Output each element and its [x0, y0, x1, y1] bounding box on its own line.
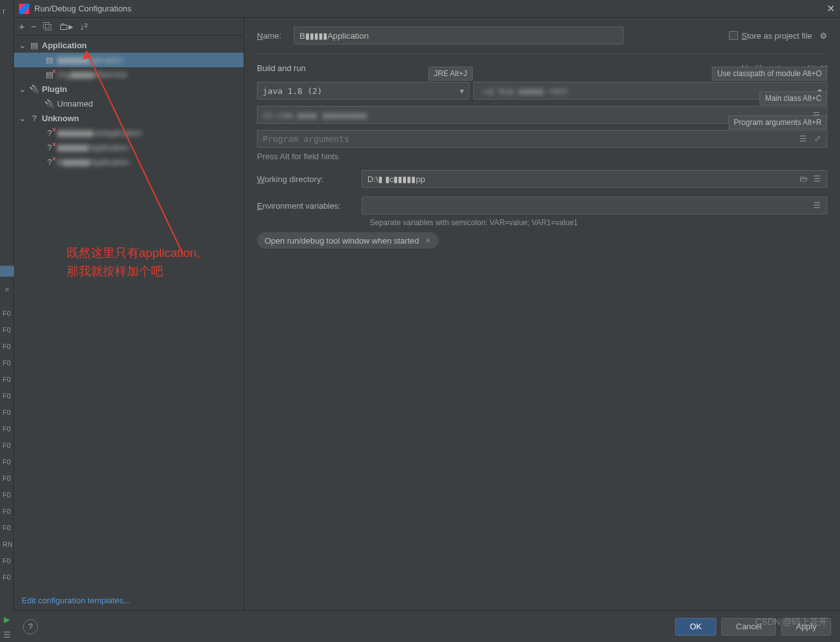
- edit-templates-link[interactable]: Edit configuration templates...: [14, 591, 244, 610]
- annotation-arrow: [81, 51, 189, 260]
- gutter-marker: RN: [3, 540, 13, 548]
- gear-icon[interactable]: ⚙: [820, 31, 827, 41]
- alt-hint: Press Alt for field hints: [257, 152, 827, 161]
- unknown-group-icon: ?: [29, 114, 39, 124]
- env-vars-label: Environment variables:: [257, 201, 362, 211]
- mainclass-hint-chip: Main class Alt+C: [759, 91, 827, 105]
- list-icon[interactable]: ☰: [812, 200, 822, 210]
- tool-window-arrow-icon: »: [0, 284, 14, 294]
- sort-config-icon[interactable]: ↓²: [80, 21, 88, 32]
- expand-icon[interactable]: ⤢: [812, 133, 822, 143]
- sidebar-toolbar: + − ⿻ 🗀▸ ↓²: [14, 18, 244, 36]
- gutter-marker: F0: [3, 359, 11, 367]
- caret-down-icon: ▼: [460, 88, 464, 95]
- remove-config-icon[interactable]: −: [31, 21, 37, 32]
- dialog-titlebar: Run/Debug Configurations ✕: [14, 0, 840, 18]
- name-label: Name:: [257, 31, 294, 41]
- svg-line-0: [86, 51, 183, 254]
- annotation-text: 既然这里只有application,那我就按样加个吧: [67, 244, 200, 280]
- intellij-logo-icon: [19, 4, 29, 14]
- jre-select[interactable]: java 1.8 (2)▼: [257, 82, 469, 100]
- list-icon[interactable]: ☰: [812, 173, 822, 183]
- plugin-group-icon: 🔌: [29, 84, 39, 95]
- progargs-hint-chip: Program arguments Alt+R: [728, 115, 827, 129]
- application-group-icon: ▤: [29, 41, 39, 51]
- build-run-header: Build and run: [257, 63, 306, 73]
- gutter-marker: F0: [3, 310, 11, 317]
- copy-config-icon[interactable]: ⿻: [43, 21, 53, 32]
- name-input[interactable]: [294, 27, 624, 44]
- jre-hint-chip: JRE Alt+J: [428, 67, 473, 81]
- dialog-title: Run/Debug Configurations: [34, 4, 131, 13]
- unknown-icon: ?: [44, 157, 55, 167]
- remove-tag-icon[interactable]: ×: [426, 235, 431, 246]
- gutter-marker: F0: [3, 425, 11, 433]
- application-icon: ▤: [44, 55, 55, 65]
- gutter-marker: F0: [3, 524, 11, 532]
- gutter-marker: F0: [3, 442, 11, 449]
- gutter-marker: F0: [3, 557, 11, 565]
- gutter-marker: F0: [3, 409, 11, 416]
- gutter-marker: F0: [3, 392, 11, 400]
- ok-button[interactable]: OK: [675, 618, 716, 636]
- gutter-marker: F0: [3, 343, 11, 350]
- close-icon[interactable]: ✕: [827, 3, 835, 15]
- gutter-marker: F0: [3, 491, 11, 499]
- gutter-marker: F0: [3, 475, 11, 482]
- run-icon[interactable]: ▶: [4, 615, 10, 624]
- csdn-watermark: CSDN @码上花开: [755, 617, 827, 628]
- plugin-icon: 🔌: [44, 99, 55, 109]
- working-dir-label: Working directory:: [257, 174, 362, 184]
- application-error-icon: ▤: [44, 70, 55, 80]
- dialog-footer: ? OK Cancel Apply: [14, 610, 840, 642]
- working-dir-input[interactable]: [362, 170, 827, 188]
- env-vars-hint: Separate variables with semicolon: VAR=v…: [370, 218, 827, 227]
- folder-config-icon[interactable]: 🗀▸: [59, 21, 74, 32]
- browse-icon[interactable]: 🗁: [798, 173, 808, 183]
- unknown-icon: ?: [44, 128, 55, 138]
- gutter-marker: F0: [3, 508, 11, 515]
- config-form: Name: Store as project file ⚙ Build and …: [244, 18, 840, 610]
- gutter-marker: F0: [3, 458, 11, 466]
- env-vars-input[interactable]: [362, 197, 827, 214]
- list-icon[interactable]: ☰: [798, 133, 808, 143]
- gutter-marker: F0: [3, 326, 11, 334]
- chevron-down-icon: ⌄: [19, 84, 27, 94]
- todo-icon[interactable]: ☰: [3, 630, 11, 639]
- gutter-marker: F0: [3, 573, 11, 581]
- open-tool-window-tag[interactable]: Open run/debug tool window when started …: [257, 232, 438, 249]
- program-arguments-input[interactable]: [257, 130, 827, 148]
- chevron-down-icon: ⌄: [19, 41, 27, 50]
- store-checkbox[interactable]: [729, 31, 738, 40]
- add-config-icon[interactable]: +: [19, 21, 25, 32]
- background-letter: r: [3, 6, 5, 16]
- store-label: Store as project file: [742, 31, 812, 41]
- tool-window-selection: [0, 266, 14, 277]
- help-button[interactable]: ?: [23, 619, 38, 634]
- gutter-marker: F0: [3, 376, 11, 383]
- chevron-down-icon: ⌄: [19, 114, 27, 123]
- classpath-hint-chip: Use classpath of module Alt+O: [712, 67, 827, 81]
- unknown-icon: ?: [44, 143, 55, 153]
